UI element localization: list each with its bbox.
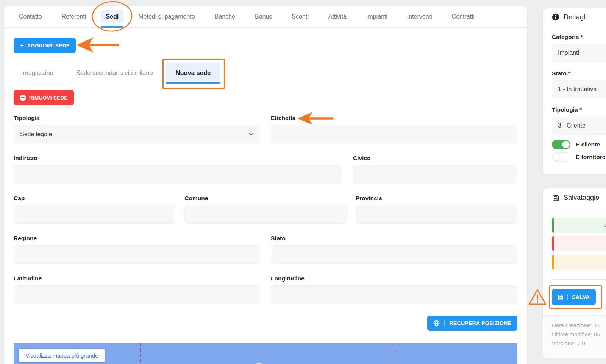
salvataggio-title: Salvataggio (564, 194, 599, 202)
warning-alert (552, 255, 606, 270)
regione-label: Regione (14, 235, 260, 242)
etichetta-label: Etichetta (271, 115, 517, 121)
tab-impianti[interactable]: Impianti (360, 6, 394, 27)
provincia-input[interactable] (356, 205, 517, 224)
stato-dettagli-select[interactable]: 1 - In trattativa (552, 80, 606, 98)
data-creazione: Data creazione: 05 (552, 321, 606, 330)
tab-bonus[interactable]: Bonus (248, 6, 278, 27)
record-metadata: Data creazione: 05 Ultima modifica: 05 V… (543, 315, 606, 358)
regione-input[interactable] (14, 245, 260, 264)
indirizzo-label: Indirizzo (14, 155, 342, 162)
civico-input[interactable] (353, 165, 517, 184)
indirizzo-input[interactable] (14, 165, 342, 184)
world-map[interactable]: Visualizza mappa più grande (14, 343, 517, 364)
tipologia-dettagli-select[interactable]: 3 - Cliente (552, 117, 606, 135)
remove-sede-button[interactable]: RIMUOVI SEDE (14, 90, 74, 105)
salva-button[interactable]: SALVA (552, 289, 596, 305)
tab-sconti[interactable]: Sconti (285, 6, 315, 27)
comune-input[interactable] (184, 205, 346, 224)
tab-contatto[interactable]: Contatto (12, 6, 48, 27)
minus-circle-icon (20, 95, 26, 101)
latitudine-input[interactable] (14, 285, 260, 304)
salvataggio-panel: Salvataggio SALVA Data creazione: 05 Ult… (543, 188, 606, 358)
tab-referenti[interactable]: Referenti (55, 6, 92, 27)
provincia-label: Provincia (356, 195, 517, 202)
chevron-down-icon (249, 133, 254, 136)
dettagli-panel: Dettagli Categoria * Impianti Stato * 1 … (543, 8, 606, 174)
e-cliente-label: È cliente (576, 141, 600, 148)
main-tabbar: Contatto Referenti Sedi Metodi di pagame… (4, 6, 527, 28)
tipologia-label: Tipologia (14, 115, 260, 121)
recupera-posizione-button[interactable]: RECUPERA POSIZIONE (427, 316, 517, 331)
subtab-nuova-sede[interactable]: Nuova sede (166, 62, 220, 84)
longitudine-label: Longitudine (271, 275, 517, 282)
sede-subtabs: magazzino Sede secondaria via milano Nuo… (14, 61, 517, 85)
tab-banche[interactable]: Banche (208, 6, 242, 27)
categoria-select[interactable]: Impianti (552, 44, 606, 62)
cap-input[interactable] (14, 205, 175, 224)
latitudine-label: Latitudine (14, 275, 260, 282)
e-cliente-toggle[interactable] (552, 140, 570, 149)
stato-dettagli-label: Stato * (552, 70, 606, 77)
e-fornitore-toggle[interactable] (552, 152, 570, 162)
save-icon (558, 294, 563, 300)
tab-sedi[interactable]: Sedi (99, 6, 125, 27)
subtab-sede-secondaria[interactable]: Sede secondaria via milano (67, 62, 162, 84)
categoria-label: Categoria * (552, 34, 606, 40)
longitudine-input[interactable] (271, 285, 517, 304)
versione: Versione: 7.0 (552, 339, 606, 348)
comune-label: Comune (184, 195, 346, 202)
e-fornitore-label: È fornitore (576, 154, 605, 160)
stato-label: Stato (271, 235, 517, 242)
cap-label: Cap (14, 195, 175, 202)
contact-detail-card: Contatto Referenti Sedi Metodi di pagame… (4, 6, 527, 364)
tipologia-dettagli-label: Tipologia * (552, 106, 606, 113)
etichetta-input[interactable] (271, 125, 517, 143)
info-icon (552, 13, 559, 21)
divider (552, 279, 606, 280)
ultima-modifica: Ultima modifica: 05 (552, 330, 606, 339)
tab-attivita[interactable]: Attività (322, 6, 353, 27)
tab-contratti[interactable]: Contratti (445, 6, 481, 27)
dettagli-title: Dettagli (564, 13, 587, 21)
tab-metodi-di-pagamento[interactable]: Metodi di pagamento (132, 6, 201, 27)
globe-icon (433, 320, 440, 327)
civico-label: Civico (353, 155, 517, 162)
error-alert (552, 236, 606, 251)
success-alert (552, 218, 606, 233)
subtab-magazzino[interactable]: magazzino (14, 62, 63, 84)
save-outline-icon (552, 194, 559, 202)
add-sede-button[interactable]: + AGGIUNGI SEDE (14, 38, 76, 53)
tipologia-select[interactable]: Sede legale (14, 125, 260, 143)
divider (567, 294, 568, 300)
plus-icon: + (20, 42, 24, 49)
view-larger-map-button[interactable]: Visualizza mappa più grande (19, 349, 105, 362)
divider (444, 320, 445, 326)
stato-input[interactable] (271, 245, 517, 264)
check-icon (604, 222, 606, 228)
tab-interventi[interactable]: Interventi (401, 6, 439, 27)
